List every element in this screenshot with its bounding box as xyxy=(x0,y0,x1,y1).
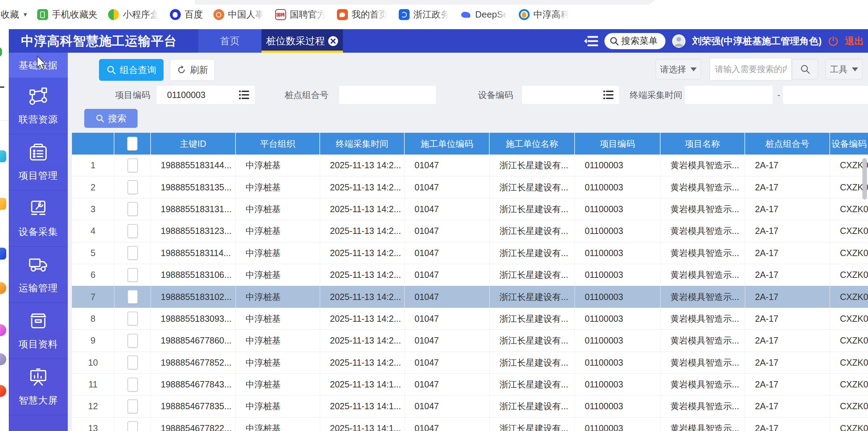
combo-query-button[interactable]: 组合查询 xyxy=(99,59,164,81)
cell-project-code: 01100003 xyxy=(575,242,661,264)
row-checkbox[interactable] xyxy=(127,268,138,282)
collect-time-from-input[interactable] xyxy=(685,86,773,104)
pick-list-icon[interactable] xyxy=(239,90,249,100)
power-icon[interactable] xyxy=(828,36,839,46)
sidebar-item-6[interactable]: 项目资料 xyxy=(9,303,68,359)
side-app-icon[interactable] xyxy=(0,198,6,210)
search-field-select[interactable]: 请选择 xyxy=(656,59,701,79)
favorites-menu[interactable]: 收藏 ▼ xyxy=(1,8,28,21)
cell-primary-id: 1988854677835... xyxy=(151,396,236,417)
table-row[interactable]: 5 1988855183114... 中淳桩基 2025-11-13 14:2.… xyxy=(72,242,868,264)
vertical-scrollbar-thumb[interactable] xyxy=(862,158,867,200)
table-row[interactable]: 13 1988854677822... 中淳桩基 2025-11-13 14:1… xyxy=(72,418,868,431)
table-row[interactable]: 7 1988855183102... 中淳桩基 2025-11-13 14:2.… xyxy=(72,286,868,308)
bookmark-item[interactable]: 手机收藏夹 xyxy=(37,8,98,21)
side-app-icon[interactable] xyxy=(0,150,6,162)
pick-list-icon[interactable] xyxy=(603,90,614,100)
cell-pile-group: 2A-17 xyxy=(745,176,830,198)
header-device-code[interactable]: 设备编码 xyxy=(830,133,868,155)
side-app-icon[interactable] xyxy=(0,324,6,336)
header-project-code[interactable]: 项目编码 xyxy=(575,133,661,155)
tab-pile-data-collection[interactable]: 桩位数采过程 xyxy=(261,29,343,53)
row-checkbox-cell xyxy=(114,155,151,176)
cell-project-code: 01100003 xyxy=(575,352,661,373)
cell-collect-time: 2025-11-13 14:2... xyxy=(320,176,405,198)
table-row[interactable]: 2 1988855183135... 中淳桩基 2025-11-13 14:2.… xyxy=(72,176,868,198)
quick-search-input[interactable] xyxy=(710,58,792,80)
bookmark-item[interactable]: 我的首页 xyxy=(337,8,388,21)
cell-platform-org: 中淳桩基 xyxy=(236,308,320,329)
header-unit-code[interactable]: 施工单位编码 xyxy=(405,133,490,155)
row-checkbox[interactable] xyxy=(127,421,138,431)
collapse-menu-icon[interactable] xyxy=(583,35,598,47)
browser-side-strip xyxy=(0,29,9,431)
pile-group-input[interactable] xyxy=(339,86,436,104)
table-row[interactable]: 4 1988855183123... 中淳桩基 2025-11-13 14:2.… xyxy=(72,220,868,242)
table-row[interactable]: 3 1988855183131... 中淳桩基 2025-11-13 14:2.… xyxy=(72,198,868,220)
select-all-checkbox[interactable] xyxy=(127,137,138,151)
row-index: 5 xyxy=(72,242,114,264)
liepin-icon xyxy=(337,9,348,20)
row-checkbox[interactable] xyxy=(127,224,138,238)
table-row[interactable]: 11 1988854677843... 中淳桩基 2025-11-13 14:1… xyxy=(72,374,868,396)
cell-platform-org: 中淳桩基 xyxy=(236,264,320,286)
header-pile-group[interactable]: 桩点组合号 xyxy=(745,133,830,155)
header-project-name[interactable]: 项目名称 xyxy=(661,133,745,155)
sidebar-item-7[interactable]: 智慧大屏 xyxy=(9,359,68,415)
side-app-icon[interactable] xyxy=(0,353,6,365)
table-row[interactable]: 1 1988855183144... 中淳桩基 2025-11-13 14:2.… xyxy=(72,155,868,176)
row-checkbox[interactable] xyxy=(127,290,138,304)
side-app-icon[interactable] xyxy=(0,282,6,294)
row-checkbox[interactable] xyxy=(127,158,138,172)
logout-button[interactable]: 退出 xyxy=(845,35,864,47)
table-row[interactable]: 12 1988854677835... 中淳桩基 2025-11-13 14:1… xyxy=(72,396,868,417)
sidebar-item-5[interactable]: 运输管理 xyxy=(9,247,68,303)
table-row[interactable]: 8 1988855183093... 中淳桩基 2025-11-13 14:2.… xyxy=(72,308,868,330)
row-checkbox[interactable] xyxy=(127,334,138,348)
bookmark-item[interactable]: 百度 xyxy=(170,8,203,21)
table-row[interactable]: 10 1988854677852... 中淳桩基 2025-11-13 14:2… xyxy=(72,352,868,374)
search-menu-button[interactable]: 搜索菜单 xyxy=(604,33,665,49)
row-checkbox[interactable] xyxy=(127,355,138,370)
row-checkbox[interactable] xyxy=(127,378,138,392)
row-checkbox[interactable] xyxy=(127,312,138,326)
china-hr-icon xyxy=(213,9,224,20)
header-unit-name[interactable]: 施工单位名称 xyxy=(490,133,575,155)
refresh-button[interactable]: 刷新 xyxy=(170,59,215,81)
table-row[interactable]: 6 1988855183106... 中淳桩基 2025-11-13 14:2.… xyxy=(72,264,868,286)
bookmark-item[interactable]: 中淳高科 xyxy=(519,8,570,21)
row-index: 11 xyxy=(72,374,114,395)
row-checkbox[interactable] xyxy=(127,246,138,260)
header-index xyxy=(72,133,114,155)
sidebar-item-1[interactable]: 基础数据 xyxy=(9,53,68,78)
search-button[interactable]: 搜索 xyxy=(84,109,138,128)
header-platform-org[interactable]: 平台组织 xyxy=(236,133,320,155)
bookmark-item[interactable]: 浙江政务 xyxy=(399,8,450,21)
row-checkbox[interactable] xyxy=(127,180,138,194)
side-app-icon[interactable] xyxy=(0,248,6,260)
header-collect-time[interactable]: 终端采集时间 xyxy=(320,133,405,155)
close-icon[interactable] xyxy=(328,36,338,46)
user-avatar[interactable] xyxy=(672,34,686,48)
sidebar-item-4[interactable]: 设备采集 xyxy=(9,190,68,247)
side-minimize-icon[interactable] xyxy=(0,86,4,88)
tools-dropdown[interactable]: 工具 xyxy=(826,59,862,79)
collect-time-to-input[interactable] xyxy=(783,86,868,104)
sidebar-item-2[interactable]: 联营资源 xyxy=(9,78,68,134)
cell-project-code: 01100003 xyxy=(575,155,661,176)
tab-home[interactable]: 首页 xyxy=(198,29,261,53)
side-app-icon[interactable] xyxy=(0,385,6,397)
header-primary-id[interactable]: 主键ID xyxy=(151,133,236,155)
bookmark-item[interactable]: DeepSe xyxy=(460,9,508,20)
bookmark-item[interactable]: 小程序盒 xyxy=(108,8,159,21)
quick-search-button[interactable] xyxy=(792,59,818,79)
side-app-icon[interactable] xyxy=(0,47,2,57)
row-checkbox[interactable] xyxy=(127,399,138,413)
cell-project-code: 01100003 xyxy=(575,264,661,286)
bookmark-item[interactable]: 中国人事 xyxy=(213,8,265,21)
sidebar-item-3[interactable]: 项目管理 xyxy=(9,134,68,190)
table-row[interactable]: 9 1988854677860... 中淳桩基 2025-11-13 14:2.… xyxy=(72,330,868,352)
bookmark-item[interactable]: 国聘 国聘官方 xyxy=(275,8,326,21)
row-checkbox[interactable] xyxy=(127,202,138,216)
cell-device-code: CXZK0 xyxy=(830,242,868,264)
